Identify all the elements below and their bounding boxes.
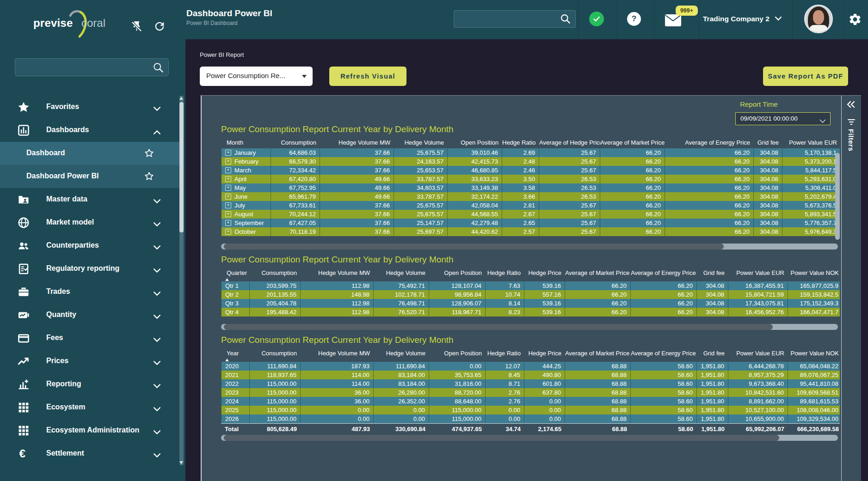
sidebar-item-dashboard-power-bi[interactable]: Dashboard Power BI xyxy=(0,165,180,188)
column-header-average-of-hedge-price[interactable]: Average of Hedge Price xyxy=(539,137,600,148)
sidebar-item-ecosystem-administration[interactable]: Ecosystem Administration xyxy=(0,419,180,442)
column-header-average-of-market-price[interactable]: Average of Market Price xyxy=(565,268,631,281)
column-header-year[interactable]: Year xyxy=(221,348,250,362)
expand-row-icon[interactable]: + xyxy=(225,211,231,217)
table-row-qtr-2[interactable]: Qtr 2201,135.55148.98102,178.7198,956.84… xyxy=(221,290,840,299)
column-header-hedge-ratio[interactable]: Hedge Ratio xyxy=(486,268,524,281)
table-row-june[interactable]: +June65,961.7949.6633,787.5732,174.223.6… xyxy=(221,192,840,201)
table-row-february[interactable]: +February66,579.3037.6624,163.5742,415.7… xyxy=(221,157,840,166)
column-header-hedge-volume-mw[interactable]: Hedge Volume MW xyxy=(301,268,374,281)
report-dropdown[interactable]: Power Consumption Re... xyxy=(200,67,313,86)
table-row-2020[interactable]: 2020111,690.84187.93111,690.840.0012.074… xyxy=(221,362,840,371)
column-header-hedge-volume[interactable]: Hedge Volume xyxy=(374,348,429,362)
column-header-power-value-nok[interactable]: Power Value NOK xyxy=(788,268,840,281)
sidebar-item-reporting[interactable]: Reporting xyxy=(0,373,180,396)
column-header-average-of-market-price[interactable]: Average of Market Price xyxy=(565,348,631,362)
column-header-average-of-energy-price[interactable]: Average of Energy Price xyxy=(631,348,697,362)
scrollbar-thumb[interactable] xyxy=(179,102,184,232)
table-row-qtr-4[interactable]: Qtr 4195,488.42112.9876,520.71118,967.71… xyxy=(221,308,840,317)
table-row-july[interactable]: +July67,733.6137.6625,675.5742,058.042.8… xyxy=(221,201,840,210)
search-icon[interactable] xyxy=(152,61,165,76)
column-header-consumption[interactable]: Consumption xyxy=(271,137,320,148)
settings-gear-icon[interactable] xyxy=(848,12,862,28)
scrollbar-thumb[interactable] xyxy=(224,324,773,330)
sidebar-item-market-model[interactable]: Market model xyxy=(0,211,180,234)
table-row-2025[interactable]: 2025115,000.000.000.00115,000.000.000.00… xyxy=(221,406,840,414)
table-row-august[interactable]: +August70,244.1237.6625,675.5744,568.552… xyxy=(221,210,840,219)
company-selector[interactable]: Trading Company 2 xyxy=(703,15,782,23)
column-header-consumption[interactable]: Consumption xyxy=(250,348,301,362)
help-icon[interactable]: ? xyxy=(627,12,641,26)
expand-row-icon[interactable]: + xyxy=(225,220,231,226)
column-header-consumption[interactable]: Consumption xyxy=(250,268,301,281)
table-row-april[interactable]: +April67,420.8049.6633,787.5733,633.233.… xyxy=(221,175,840,183)
table-row-2026[interactable]: 2026115,000.000.000.00115,000.000.000.00… xyxy=(221,414,840,423)
table-row-2022[interactable]: 2022115,000.00114.0083,184.0031,816.008.… xyxy=(221,379,840,388)
column-header-month[interactable]: Month xyxy=(221,137,271,148)
column-header-power-value-eur[interactable]: Power Value EUR xyxy=(782,137,840,148)
mail-icon[interactable] xyxy=(665,14,682,29)
table-row-2024[interactable]: 2024115,000.0036.0026,352.0088,648.002.7… xyxy=(221,397,840,406)
table-year-horizontal-scrollbar[interactable] xyxy=(221,435,838,441)
column-header-open-position[interactable]: Open Position xyxy=(429,268,486,281)
expand-row-icon[interactable]: + xyxy=(225,194,231,200)
expand-row-icon[interactable]: + xyxy=(225,150,231,156)
column-header-power-value-eur[interactable]: Power Value EUR xyxy=(728,348,788,362)
table-quarter-horizontal-scrollbar[interactable] xyxy=(221,324,838,330)
column-header-average-of-market-price[interactable]: Average of Market Price xyxy=(600,137,665,148)
column-header-grid-fee[interactable]: Grid fee xyxy=(754,137,782,148)
status-check-icon[interactable] xyxy=(589,12,604,26)
table-month-horizontal-scrollbar[interactable] xyxy=(221,244,838,250)
scrollbar-thumb[interactable] xyxy=(224,244,724,250)
expand-row-icon[interactable]: + xyxy=(225,202,231,208)
column-header-quarter[interactable]: Quarter xyxy=(221,268,250,281)
sidebar-item-prices[interactable]: Prices xyxy=(0,350,180,373)
column-header-hedge-ratio[interactable]: Hedge Ratio xyxy=(502,137,539,148)
table-row-january[interactable]: +January64,686.0337.6625,675.5739,010.46… xyxy=(221,148,840,157)
table-month-vertical-scrollbar[interactable] xyxy=(835,153,840,240)
column-header-hedge-volume-mw[interactable]: Hedge Volume MW xyxy=(301,348,374,362)
sidebar-item-dashboard[interactable]: Dashboard xyxy=(0,142,180,165)
sidebar-item-favorites[interactable]: Favorites xyxy=(0,96,180,119)
refresh-visual-button[interactable]: Refresh Visual xyxy=(329,67,406,86)
save-report-pdf-button[interactable]: Save Report As PDF xyxy=(763,67,848,86)
favorite-star-icon[interactable] xyxy=(144,148,154,160)
column-header-hedge-volume-mw[interactable]: Hedge Volume MW xyxy=(320,137,394,148)
column-header-average-of-energy-price[interactable]: Average of Energy Price xyxy=(665,137,754,148)
column-header-hedge-price[interactable]: Hedge Price xyxy=(524,268,565,281)
expand-row-icon[interactable]: + xyxy=(225,185,231,191)
table-total-row[interactable]: Total805,628.49487.93330,690.84474,937.6… xyxy=(221,423,840,434)
sidebar-item-master-data[interactable]: Master data xyxy=(0,188,180,211)
column-header-power-value-eur[interactable]: Power Value EUR xyxy=(728,268,788,281)
scroll-down-icon[interactable] xyxy=(179,461,183,464)
column-header-average-of-energy-price[interactable]: Average of Energy Price xyxy=(631,268,697,281)
sidebar-item-ecosystem[interactable]: Ecosystem xyxy=(0,396,180,419)
collapse-filters-icon[interactable] xyxy=(846,101,856,110)
table-row-qtr-1[interactable]: Qtr 1203,599.75112.9875,492.71128,107.04… xyxy=(221,281,840,290)
column-header-grid-fee[interactable]: Grid fee xyxy=(697,348,728,362)
sidebar-search-input[interactable] xyxy=(20,60,151,75)
table-row-september[interactable]: +September67,427.0537.6625,147.5742,279.… xyxy=(221,219,840,227)
table-row-qtr-3[interactable]: Qtr 3205,404.78112.9876,498.71128,906.07… xyxy=(221,299,840,308)
table-row-may[interactable]: +May67,752.9549.6634,603.5733,149.383.58… xyxy=(221,183,840,192)
user-avatar[interactable] xyxy=(804,5,833,33)
scroll-up-icon[interactable] xyxy=(179,97,183,100)
table-row-october[interactable]: +October70,118.1937.6625,697.5744,420.62… xyxy=(221,227,840,236)
favorite-star-icon[interactable] xyxy=(144,171,154,183)
table-row-2023[interactable]: 2023115,000.0036.0026,280.0088,720.002.7… xyxy=(221,388,840,397)
column-header-open-position[interactable]: Open Position xyxy=(429,348,486,362)
unpin-icon[interactable] xyxy=(130,20,143,35)
scrollbar-thumb[interactable] xyxy=(224,435,779,441)
expand-row-icon[interactable]: + xyxy=(225,176,231,182)
column-header-power-value-nok[interactable]: Power Value NOK xyxy=(788,348,840,362)
table-row-2021[interactable]: 2021118,937.65114.0083,184.0035,753.658.… xyxy=(221,371,840,379)
expand-row-icon[interactable]: + xyxy=(225,158,231,164)
sidebar-item-fees[interactable]: Fees xyxy=(0,327,180,350)
expand-row-icon[interactable]: + xyxy=(225,167,231,173)
column-header-hedge-price[interactable]: Hedge Price xyxy=(524,348,565,362)
sidebar-item-quantity[interactable]: Quantity xyxy=(0,304,180,327)
table-row-march[interactable]: +March72,334.4237.6625,653.5746,680.852.… xyxy=(221,166,840,175)
sidebar-item-counterparties[interactable]: Counterparties xyxy=(0,234,180,257)
header-search-input[interactable] xyxy=(458,12,557,26)
column-header-hedge-volume[interactable]: Hedge Volume xyxy=(374,268,429,281)
